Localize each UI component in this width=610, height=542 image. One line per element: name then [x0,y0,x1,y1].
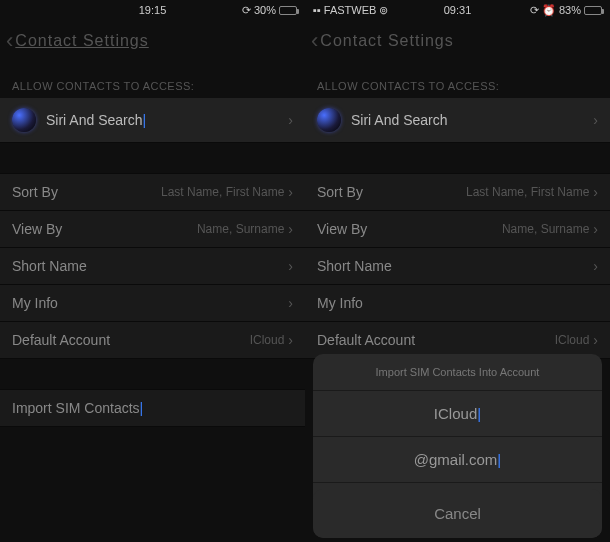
siri-label: Siri And Search [351,112,448,128]
import-sim-row[interactable]: Import SIM Contacts| [0,389,305,427]
my-info-label: My Info [317,295,363,311]
chevron-right-icon: › [593,184,598,200]
battery-icon [279,6,297,15]
sort-by-row[interactable]: Sort By Last Name, First Name › [0,173,305,211]
chevron-right-icon: › [288,221,293,237]
nav-title: Contact Settings [320,32,453,50]
status-left: ▪▪ FASTWEB ⊚ [313,4,388,17]
status-time: 09:31 [444,4,472,16]
right-pane: ▪▪ FASTWEB ⊚ 09:31 ⟳ ⏰ 83% ‹ Contact Set… [305,0,610,542]
view-by-label: View By [317,221,367,237]
siri-label: Siri And Search| [46,112,146,128]
sort-by-value: Last Name, First Name [466,185,589,199]
short-name-label: Short Name [317,258,392,274]
chevron-right-icon: › [288,112,293,128]
my-info-row[interactable]: My Info [305,285,610,322]
sort-by-label: Sort By [317,184,363,200]
nav-bar: ‹ Contact Settings [0,20,305,62]
nav-title: Contact Settings [15,32,148,50]
sheet-title: Import SIM Contacts Into Account [313,354,602,391]
carrier-label: FASTWEB [324,4,377,16]
sort-by-row[interactable]: Sort By Last Name, First Name › [305,173,610,211]
status-right: ⟳ 30% [242,4,297,17]
back-chevron-icon[interactable]: ‹ [6,28,13,54]
siri-icon [12,108,36,132]
default-account-label: Default Account [317,332,415,348]
short-name-row[interactable]: Short Name › [0,248,305,285]
section-header-allow: ALLOW CONTACTS TO ACCESS: [0,62,305,98]
view-by-value: Name, Surname [502,222,589,236]
view-by-row[interactable]: View By Name, Surname › [0,211,305,248]
rotation-lock-icon: ⟳ [530,4,539,17]
siri-icon [317,108,341,132]
chevron-right-icon: › [288,295,293,311]
sheet-option-gmail[interactable]: @gmail.com| [313,437,602,483]
default-account-value: ICloud [250,333,285,347]
sort-by-label: Sort By [12,184,58,200]
chevron-right-icon: › [593,221,598,237]
default-account-label: Default Account [12,332,110,348]
alarm-icon: ⏰ [542,4,556,17]
sort-by-value: Last Name, First Name [161,185,284,199]
status-right: ⟳ ⏰ 83% [530,4,602,17]
battery-icon [584,6,602,15]
short-name-row[interactable]: Short Name › [305,248,610,285]
rotation-lock-icon: ⟳ [242,4,251,17]
siri-search-row[interactable]: Siri And Search › [305,98,610,143]
chevron-right-icon: › [288,332,293,348]
view-by-value: Name, Surname [197,222,284,236]
battery-percent: 83% [559,4,581,16]
my-info-row[interactable]: My Info › [0,285,305,322]
chevron-right-icon: › [288,184,293,200]
default-account-row[interactable]: Default Account ICloud › [0,322,305,359]
default-account-value: ICloud [555,333,590,347]
status-bar: ▪▪ FASTWEB ⊚ 09:31 ⟳ ⏰ 83% [305,0,610,20]
left-pane: 19:15 ⟳ 30% ‹ Contact Settings ALLOW CON… [0,0,305,542]
my-info-label: My Info [12,295,58,311]
wifi-icon: ⊚ [379,4,388,17]
import-sim-label: Import SIM Contacts| [12,400,143,416]
battery-percent: 30% [254,4,276,16]
chevron-right-icon: › [288,258,293,274]
view-by-label: View By [12,221,62,237]
sheet-option-icloud[interactable]: ICloud| [313,391,602,437]
section-header-allow: ALLOW CONTACTS TO ACCESS: [305,62,610,98]
siri-search-row[interactable]: Siri And Search| › [0,98,305,143]
view-by-row[interactable]: View By Name, Surname › [305,211,610,248]
chevron-right-icon: › [593,332,598,348]
short-name-label: Short Name [12,258,87,274]
status-bar: 19:15 ⟳ 30% [0,0,305,20]
action-sheet: Import SIM Contacts Into Account ICloud|… [313,354,602,538]
back-chevron-icon[interactable]: ‹ [311,28,318,54]
status-time: 19:15 [139,4,167,16]
chevron-right-icon: › [593,258,598,274]
signal-icon: ▪▪ [313,4,321,16]
nav-bar: ‹ Contact Settings [305,20,610,62]
chevron-right-icon: › [593,112,598,128]
sheet-cancel-button[interactable]: Cancel [313,489,602,538]
